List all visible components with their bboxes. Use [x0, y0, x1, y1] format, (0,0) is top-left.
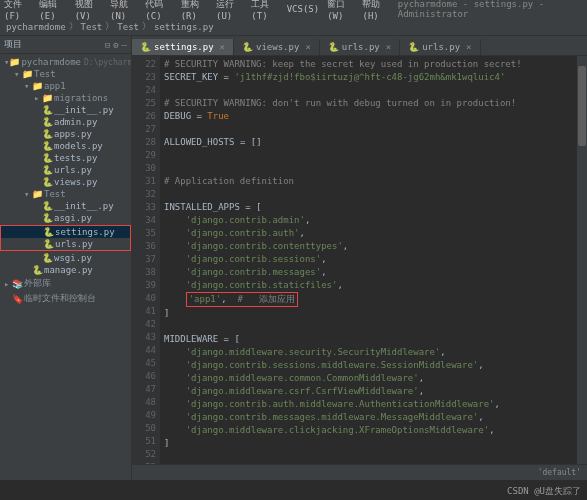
breadcrumb: pycharmdome〉Test〉Test〉settings.py [0, 18, 587, 36]
file-icon: 🐍 [242, 42, 253, 52]
tree-item[interactable]: 🐍manage.py [0, 264, 131, 276]
tree-item[interactable]: 🐍views.py [0, 176, 131, 188]
editor-tab[interactable]: 🐍urls.py× [400, 39, 480, 55]
project-tree: ▾📁 pycharmdome D:\pycharmdome ▾📁Test▾📁ap… [0, 54, 131, 308]
menu-bar: 文件(F)编辑(E)视图(V)导航(N)代码(C)重构(R)运行(U)工具(T)… [0, 0, 587, 18]
menu-item[interactable]: VCS(S) [287, 4, 320, 14]
tree-root[interactable]: ▾📁 pycharmdome D:\pycharmdome [0, 56, 131, 68]
tab-label: settings.py [154, 42, 214, 52]
tree-item[interactable]: 🐍apps.py [0, 128, 131, 140]
watermark: CSDN @U盘失踪了 [507, 485, 581, 498]
editor-tab[interactable]: 🐍settings.py× [132, 39, 234, 55]
hide-icon[interactable]: — [122, 40, 127, 50]
tab-label: urls.py [422, 42, 460, 52]
close-icon[interactable]: × [305, 42, 310, 52]
breadcrumb-item[interactable]: settings.py [154, 22, 214, 32]
tree-label: wsgi.py [54, 253, 92, 263]
menu-item[interactable]: 重构(R) [181, 0, 208, 21]
tree-item[interactable]: ▸📚外部库 [0, 276, 131, 291]
collapse-icon[interactable]: ⊟ [105, 40, 110, 50]
tree-item[interactable]: 🔖临时文件和控制台 [0, 291, 131, 306]
tree-item[interactable]: 🐍asgi.py [0, 212, 131, 224]
tree-item[interactable]: 🐍__init__.py [0, 200, 131, 212]
tree-label: Test [44, 189, 66, 199]
gear-icon[interactable]: ⚙ [113, 40, 118, 50]
code-editor[interactable]: 22 23 24 25 26 27 28 29 30 31 32 33 34 3… [132, 56, 587, 464]
menu-item[interactable]: 编辑(E) [39, 0, 66, 21]
file-icon: 🐍 [328, 42, 339, 52]
sidebar-title: 项目 [4, 38, 22, 51]
tree-item[interactable]: ▾📁Test [0, 68, 131, 80]
scroll-thumb[interactable] [578, 66, 586, 146]
menu-item[interactable]: 文件(F) [4, 0, 31, 21]
tree-item[interactable]: ▾📁app1 [0, 80, 131, 92]
tree-item[interactable]: 🐍admin.py [0, 116, 131, 128]
line-gutter: 22 23 24 25 26 27 28 29 30 31 32 33 34 3… [132, 56, 160, 464]
breadcrumb-item[interactable]: pycharmdome [6, 22, 66, 32]
editor-tabs: 🐍settings.py×🐍views.py×🐍urls.py×🐍urls.py… [132, 36, 587, 56]
close-icon[interactable]: × [220, 42, 225, 52]
editor-tab[interactable]: 🐍views.py× [234, 39, 320, 55]
tree-item[interactable]: ▸📁migrations [0, 92, 131, 104]
tab-label: views.py [256, 42, 299, 52]
editor-crumb: 'default' [132, 464, 587, 480]
tree-item[interactable]: 🐍wsgi.py [0, 252, 131, 264]
tree-label: app1 [44, 81, 66, 91]
scrollbar[interactable] [577, 56, 587, 464]
tree-label: admin.py [54, 117, 97, 127]
tree-item[interactable]: 🐍models.py [0, 140, 131, 152]
menu-item[interactable]: 帮助(H) [362, 0, 389, 21]
tree-label: urls.py [55, 239, 93, 249]
close-icon[interactable]: × [386, 42, 391, 52]
breadcrumb-item[interactable]: Test [81, 22, 103, 32]
menu-item[interactable]: 导航(N) [110, 0, 137, 21]
tree-label: apps.py [54, 129, 92, 139]
file-icon: 🐍 [140, 42, 151, 52]
menu-item[interactable]: 工具(T) [251, 0, 278, 21]
tree-label: views.py [54, 177, 97, 187]
tree-item[interactable]: 🐍tests.py [0, 152, 131, 164]
breadcrumb-item[interactable]: Test [117, 22, 139, 32]
tree-label: settings.py [55, 227, 115, 237]
tree-item[interactable]: 🐍urls.py [0, 164, 131, 176]
tree-label: __init__.py [54, 201, 114, 211]
tree-item[interactable]: 🐍settings.py [1, 226, 130, 238]
file-icon: 🐍 [408, 42, 419, 52]
close-icon[interactable]: × [466, 42, 471, 52]
tree-item[interactable]: 🐍urls.py [1, 238, 130, 250]
tree-label: models.py [54, 141, 103, 151]
window-title: pycharmdome - settings.py - Administrato… [398, 0, 575, 19]
sidebar-header: 项目 ⊟ ⚙ — [0, 36, 131, 54]
menu-item[interactable]: 视图(V) [75, 0, 102, 21]
tree-label: urls.py [54, 165, 92, 175]
tree-label: tests.py [54, 153, 97, 163]
tree-label: __init__.py [54, 105, 114, 115]
tree-item[interactable]: 🐍__init__.py [0, 104, 131, 116]
tab-label: urls.py [342, 42, 380, 52]
menu-item[interactable]: 代码(C) [145, 0, 172, 21]
menu-item[interactable]: 运行(U) [216, 0, 243, 21]
tree-label: migrations [54, 93, 108, 103]
tree-item[interactable]: ▾📁Test [0, 188, 131, 200]
project-sidebar: 项目 ⊟ ⚙ — ▾📁 pycharmdome D:\pycharmdome ▾… [0, 36, 132, 480]
tree-label: manage.py [44, 265, 93, 275]
tree-label: 外部库 [24, 277, 51, 290]
tree-label: 临时文件和控制台 [24, 292, 96, 305]
editor-tab[interactable]: 🐍urls.py× [320, 39, 400, 55]
menu-item[interactable]: 窗口(W) [327, 0, 354, 21]
tree-label: asgi.py [54, 213, 92, 223]
code-content[interactable]: # SECURITY WARNING: keep the secret key … [160, 56, 587, 464]
tree-label: Test [34, 69, 56, 79]
